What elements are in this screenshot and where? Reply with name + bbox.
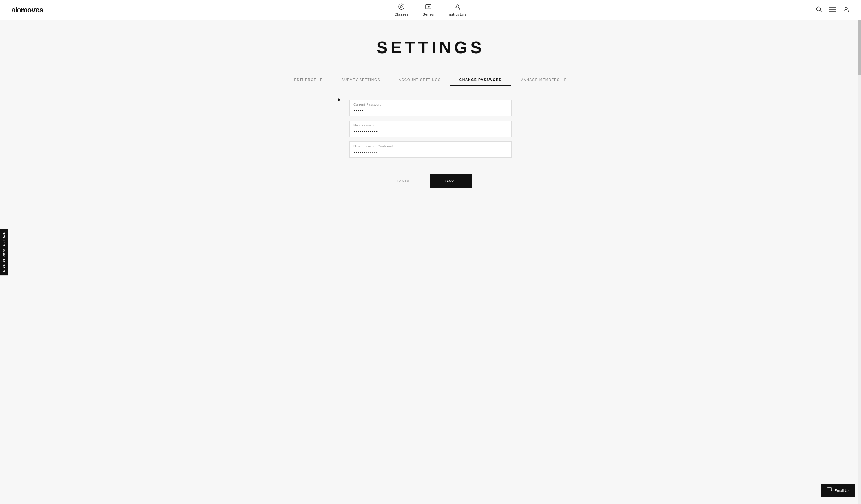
arrow-line: [315, 99, 338, 100]
confirm-password-input[interactable]: [350, 141, 511, 158]
arrow-indicator: [315, 98, 341, 101]
settings-tabs: EDIT PROFILE SURVEY SETTINGS ACCOUNT SET…: [6, 74, 855, 86]
logo-moves: moves: [21, 5, 43, 14]
logo-alo: alo: [12, 5, 21, 14]
new-password-group: New Password: [350, 121, 511, 137]
scrollbar-thumb[interactable]: [858, 17, 861, 75]
svg-line-6: [820, 10, 822, 12]
button-row: CANCEL SAVE: [350, 174, 511, 188]
chat-icon: [827, 487, 832, 493]
instructors-label: Instructors: [448, 12, 467, 16]
series-icon: [425, 3, 432, 11]
svg-point-0: [399, 4, 404, 10]
nav-classes[interactable]: Classes: [394, 3, 409, 16]
tab-manage-membership[interactable]: MANAGE MEMBERSHIP: [511, 74, 576, 86]
series-label: Series: [422, 12, 434, 16]
page-title: SETTINGS: [6, 38, 855, 57]
user-button[interactable]: [843, 6, 849, 14]
header: alomoves Classes Series: [0, 0, 861, 20]
confirm-password-group: New Password Confirmation: [350, 141, 511, 158]
chat-widget[interactable]: Email Us: [821, 484, 855, 497]
scrollbar[interactable]: [858, 0, 861, 504]
main-nav: Classes Series Instructors: [394, 3, 466, 16]
nav-series[interactable]: Series: [422, 3, 434, 16]
classes-label: Classes: [394, 12, 409, 16]
save-button[interactable]: SAVE: [430, 174, 473, 188]
tab-survey-settings[interactable]: SURVEY SETTINGS: [332, 74, 390, 86]
instructors-icon: [454, 3, 460, 11]
search-button[interactable]: [816, 6, 822, 14]
current-password-group: Current Password: [350, 100, 511, 116]
side-promo-text: GIVE 30 DAYS, GET $25: [0, 228, 8, 276]
header-actions: [816, 6, 849, 14]
side-promo[interactable]: GIVE 30 DAYS, GET $25: [0, 228, 8, 276]
chat-label: Email Us: [834, 488, 849, 493]
svg-point-1: [400, 6, 402, 8]
nav-instructors[interactable]: Instructors: [448, 3, 467, 16]
arrow-head: [338, 98, 341, 101]
form-wrapper: Current Password New Password New Passwo…: [6, 100, 855, 188]
svg-point-10: [845, 7, 847, 10]
svg-point-4: [456, 5, 458, 7]
main-content: SETTINGS EDIT PROFILE SURVEY SETTINGS AC…: [0, 20, 861, 504]
tab-change-password[interactable]: CHANGE PASSWORD: [450, 74, 511, 86]
cancel-button[interactable]: CANCEL: [388, 175, 421, 187]
svg-rect-11: [827, 488, 832, 491]
current-password-input[interactable]: [350, 100, 511, 116]
logo[interactable]: alomoves: [12, 5, 43, 14]
new-password-input[interactable]: [350, 121, 511, 137]
tab-edit-profile[interactable]: EDIT PROFILE: [285, 74, 332, 86]
svg-marker-3: [428, 5, 429, 8]
classes-icon: [398, 3, 405, 11]
menu-button[interactable]: [829, 6, 836, 14]
change-password-form: Current Password New Password New Passwo…: [350, 100, 511, 188]
form-divider: [350, 165, 511, 165]
tab-account-settings[interactable]: ACCOUNT SETTINGS: [390, 74, 450, 86]
